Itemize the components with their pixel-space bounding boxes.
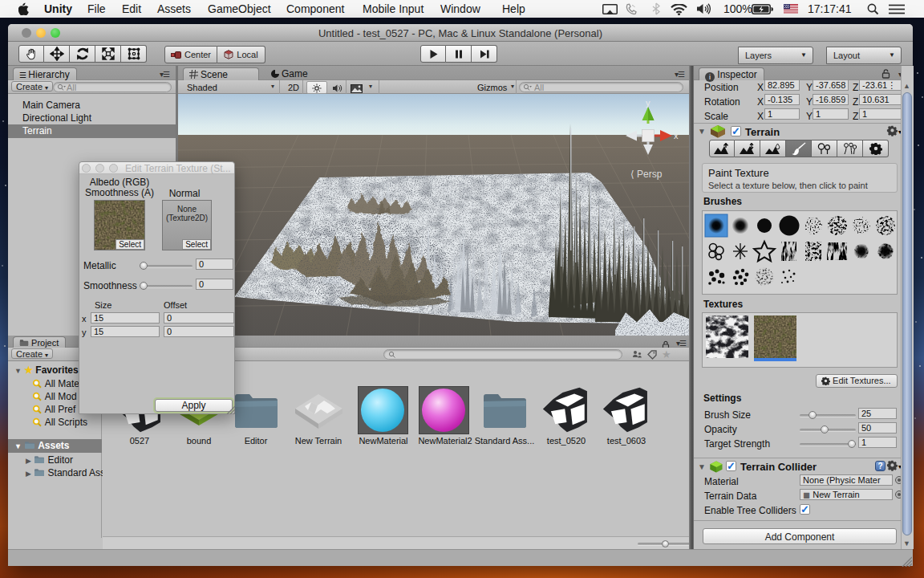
- svg-text:x: x: [674, 131, 679, 140]
- svg-text:y: y: [646, 98, 650, 108]
- svg-text:⟨ Persp: ⟨ Persp: [630, 169, 663, 180]
